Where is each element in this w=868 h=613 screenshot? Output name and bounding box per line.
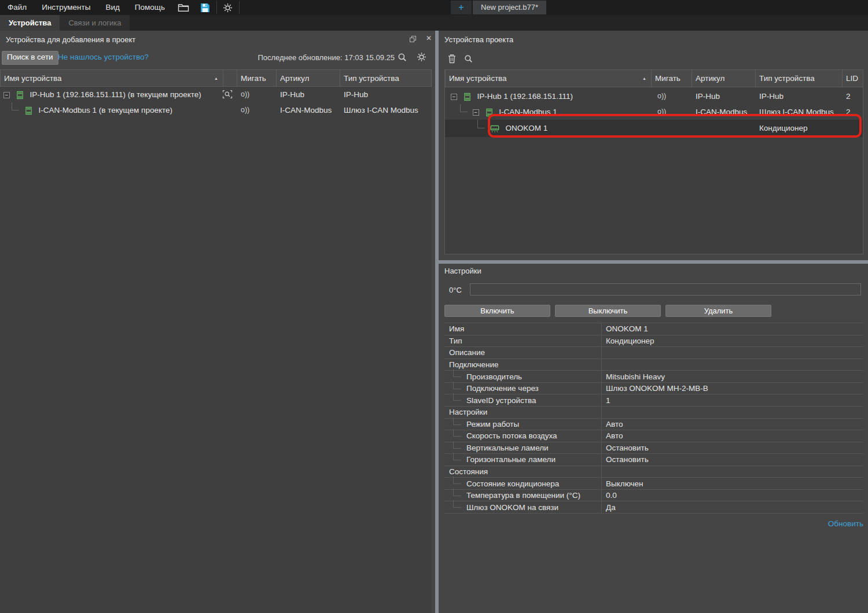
property-row[interactable]: Подключение черезШлюз ONOKOM MH-2-MB-B (444, 383, 863, 395)
property-value[interactable]: Авто (602, 430, 863, 442)
tab-devices[interactable]: Устройства (0, 15, 60, 31)
menu-file[interactable]: Файл (0, 0, 34, 15)
settings-title: Настройки (444, 267, 481, 275)
property-group-row[interactable]: Состояния (444, 466, 863, 478)
property-row[interactable]: Горизонтальные ламелиОстановить (444, 454, 863, 466)
sort-ascending-icon: ▲ (642, 70, 646, 87)
property-row[interactable]: SlaveID устройства1 (444, 394, 863, 407)
sort-ascending-icon: ▲ (214, 70, 218, 87)
property-label: Состояние кондиционера (444, 478, 602, 489)
doc-tab-bar: Устройства Связи и логика (0, 15, 868, 31)
property-row[interactable]: Температура в помещении (°C)0.0 (444, 490, 863, 502)
table-row[interactable]: − IP-Hub 1 (192.168.151.111) (в текущем … (0, 87, 432, 102)
menu-help[interactable]: Помощь (127, 0, 172, 15)
property-value[interactable]: 0.0 (602, 490, 863, 501)
undock-panel-icon[interactable] (410, 36, 416, 42)
refresh-link[interactable]: Обновить (828, 519, 863, 528)
save-icon[interactable] (194, 0, 216, 15)
property-row[interactable]: ИмяONOKOM 1 (444, 323, 863, 335)
property-value[interactable]: Mitsubishi Heavy (602, 371, 863, 382)
property-value[interactable] (602, 347, 863, 359)
device-lid: 2 (843, 88, 863, 104)
column-header-name[interactable]: Имя устройства ▲ (0, 69, 223, 87)
property-row[interactable]: Вертикальные ламелиОстановить (444, 442, 863, 455)
search-icon[interactable] (464, 54, 473, 63)
device-not-found-link[interactable]: Не нашлось устройство? (58, 53, 149, 61)
tab-links-logic[interactable]: Связи и логика (60, 15, 130, 31)
gear-icon[interactable] (417, 52, 426, 62)
property-value[interactable]: Остановить (602, 454, 863, 466)
column-header-article[interactable]: Артикул (277, 69, 340, 87)
table-row[interactable]: − IP-Hub 1 (192.168.151.111) о)) IP-Hub … (445, 88, 863, 104)
property-label: Настройки (444, 407, 602, 418)
column-header-blink[interactable]: Мигать (652, 70, 692, 87)
property-value[interactable]: Остановить (602, 442, 863, 454)
collapse-icon[interactable]: − (451, 94, 457, 100)
property-group-row[interactable]: Настройки (444, 407, 863, 419)
open-folder-icon[interactable] (172, 0, 194, 15)
column-header-lid[interactable]: LID (843, 70, 863, 87)
table-row[interactable]: I-CAN-Modbus 1 (в текущем проекте) о)) I… (0, 102, 432, 118)
temperature-input[interactable] (470, 283, 861, 296)
property-row[interactable]: Шлюз ONOKOM на связиДа (444, 501, 863, 514)
property-value[interactable]: ONOKOM 1 (602, 323, 863, 335)
right-panel-title: Устройства проекта (444, 35, 513, 44)
close-panel-icon[interactable]: ✕ (426, 34, 432, 42)
trash-icon[interactable] (448, 54, 456, 64)
property-label: Подключение через (444, 383, 602, 394)
collapse-icon[interactable]: − (3, 92, 10, 98)
column-header-article[interactable]: Артикул (692, 70, 756, 87)
column-header-type[interactable]: Тип устройства (340, 69, 432, 87)
property-row[interactable]: ПроизводительMitsubishi Heavy (444, 371, 863, 383)
device-name: ONOKOM 1 (506, 124, 548, 132)
search-icon[interactable] (398, 53, 407, 62)
property-value (602, 359, 863, 371)
device-module-icon (463, 93, 472, 101)
property-value[interactable]: Авто (602, 419, 863, 430)
turn-on-button[interactable]: Включить (444, 305, 550, 317)
device-type: Шлюз I-CAN Modbus (756, 104, 843, 120)
property-row[interactable]: Описание (444, 347, 863, 359)
property-row[interactable]: ТипКондиционер (444, 335, 863, 348)
column-header-type[interactable]: Тип устройства (756, 70, 843, 87)
table-row[interactable]: − I-CAN-Modbus 1 о)) I-CAN-Modbus Шлюз I… (445, 104, 863, 120)
table-row-selected[interactable]: ONOKOM 1 Кондиционер (445, 120, 863, 137)
property-value[interactable]: Кондиционер (602, 335, 863, 347)
gear-icon[interactable] (217, 0, 239, 15)
blink-icon[interactable]: о)) (652, 88, 692, 104)
collapse-icon[interactable]: − (473, 109, 479, 116)
property-value[interactable]: Шлюз ONOKOM MH-2-MB-B (602, 383, 863, 394)
delete-button[interactable]: Удалить (665, 305, 771, 317)
turn-off-button[interactable]: Выключить (555, 305, 661, 317)
horizontal-splitter[interactable] (439, 260, 868, 264)
property-value[interactable]: Выключен (602, 478, 863, 489)
blink-icon[interactable]: о)) (652, 104, 692, 120)
new-project-tab-button[interactable]: + (451, 1, 472, 14)
property-label: Подключение (444, 359, 602, 371)
menu-view[interactable]: Вид (98, 0, 127, 15)
identify-device-icon[interactable] (222, 90, 233, 99)
property-row[interactable]: Состояние кондиционераВыключен (444, 478, 863, 490)
property-group-row[interactable]: Подключение (444, 359, 863, 371)
search-network-button[interactable]: Поиск в сети (2, 51, 58, 65)
property-row[interactable]: Скорость потока воздухаАвто (444, 430, 863, 442)
property-value[interactable]: Да (602, 501, 863, 513)
device-type: Кондиционер (756, 120, 843, 137)
property-label: Состояния (444, 466, 602, 478)
menubar-separator (239, 1, 240, 14)
project-tab[interactable]: New project.b77* (473, 1, 546, 14)
property-row[interactable]: Режим работыАвто (444, 419, 863, 431)
property-value[interactable]: 1 (602, 394, 863, 406)
device-type: IP-Hub (756, 88, 843, 104)
column-header-blink[interactable]: Мигать (237, 69, 277, 87)
property-label: Производитель (444, 371, 602, 382)
device-name: I-CAN-Modbus 1 (499, 108, 557, 116)
column-header-name[interactable]: Имя устройства ▲ (445, 70, 652, 87)
property-value (602, 466, 863, 478)
blink-icon[interactable]: о)) (237, 102, 277, 118)
blink-icon[interactable]: о)) (237, 87, 277, 102)
column-header-empty[interactable] (223, 69, 237, 87)
menu-tools[interactable]: Инструменты (34, 0, 98, 15)
app-window: Файл Инструменты Вид Помощь + New projec… (0, 0, 868, 613)
project-devices-panel: Устройства проекта Имя устройства ▲ Мига… (439, 31, 868, 613)
